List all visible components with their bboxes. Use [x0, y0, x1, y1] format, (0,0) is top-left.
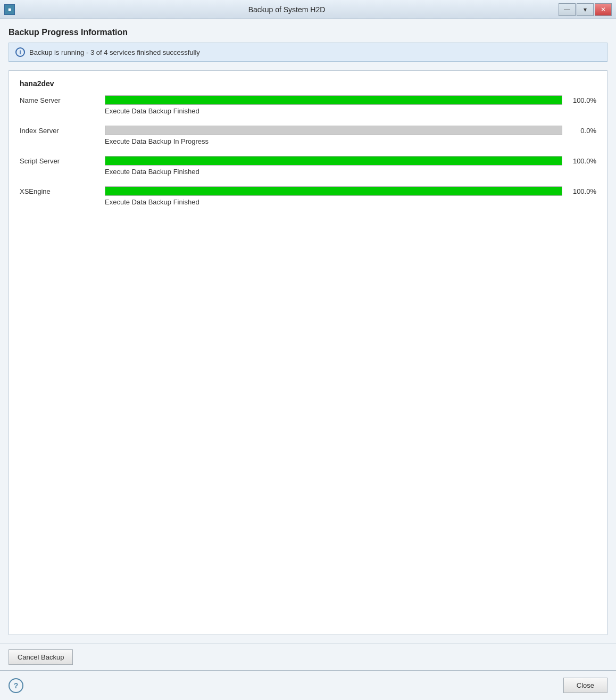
service-row: Script Server100.0%Execute Data Backup F… — [20, 156, 596, 176]
page-title: Backup Progress Information — [9, 28, 607, 37]
service-status: Execute Data Backup Finished — [105, 107, 596, 115]
service-status: Execute Data Backup In Progress — [105, 137, 596, 145]
server-group-name: hana2dev — [20, 79, 596, 88]
service-right: 100.0%Execute Data Backup Finished — [105, 156, 596, 176]
cancel-backup-button[interactable]: Cancel Backup — [9, 649, 73, 665]
minimize-button[interactable]: — — [559, 3, 576, 16]
progress-bar-fill — [105, 157, 562, 165]
service-right: 100.0%Execute Data Backup Finished — [105, 186, 596, 206]
close-window-button[interactable]: ✕ — [595, 3, 612, 16]
progress-bar-fill — [105, 96, 562, 104]
header-section: Backup Progress Information i Backup is … — [9, 28, 607, 62]
service-status: Execute Data Backup Finished — [105, 168, 596, 176]
progress-percent: 100.0% — [569, 96, 596, 104]
main-content: Backup Progress Information i Backup is … — [0, 19, 616, 644]
service-name: XSEngine — [20, 186, 105, 195]
progress-row: 100.0% — [105, 95, 596, 105]
service-right: 0.0%Execute Data Backup In Progress — [105, 126, 596, 145]
progress-row: 100.0% — [105, 156, 596, 166]
app-icon: ■ — [4, 4, 15, 15]
window-title: Backup of System H2D — [15, 5, 559, 14]
dropdown-button[interactable]: ▾ — [577, 3, 594, 16]
progress-bar-container — [105, 95, 562, 105]
progress-percent: 100.0% — [569, 187, 596, 195]
progress-row: 100.0% — [105, 186, 596, 196]
progress-bar-container — [105, 126, 562, 135]
info-icon: i — [15, 47, 25, 57]
bottom-bar: Cancel Backup — [0, 644, 616, 670]
status-bar: i Backup is running - 3 of 4 services fi… — [9, 43, 607, 62]
service-status: Execute Data Backup Finished — [105, 198, 596, 206]
progress-bar-container — [105, 156, 562, 166]
service-name: Script Server — [20, 156, 105, 165]
progress-percent: 100.0% — [569, 157, 596, 165]
service-name: Name Server — [20, 95, 105, 104]
titlebar: ■ Backup of System H2D — ▾ ✕ — [0, 0, 616, 19]
footer: ? Close — [0, 670, 616, 700]
progress-row: 0.0% — [105, 126, 596, 135]
service-row: XSEngine100.0%Execute Data Backup Finish… — [20, 186, 596, 206]
service-name: Index Server — [20, 126, 105, 135]
progress-bar-container — [105, 186, 562, 196]
progress-bar-fill — [105, 126, 562, 135]
progress-percent: 0.0% — [569, 127, 596, 135]
services-container: Name Server100.0%Execute Data Backup Fin… — [20, 95, 596, 206]
progress-panel: hana2dev Name Server100.0%Execute Data B… — [9, 70, 607, 635]
progress-bar-fill — [105, 187, 562, 195]
service-right: 100.0%Execute Data Backup Finished — [105, 95, 596, 115]
service-row: Name Server100.0%Execute Data Backup Fin… — [20, 95, 596, 115]
help-icon[interactable]: ? — [9, 678, 23, 693]
status-text: Backup is running - 3 of 4 services fini… — [29, 48, 200, 56]
window-controls: — ▾ ✕ — [559, 3, 612, 16]
service-row: Index Server0.0%Execute Data Backup In P… — [20, 126, 596, 145]
close-button[interactable]: Close — [563, 678, 607, 693]
